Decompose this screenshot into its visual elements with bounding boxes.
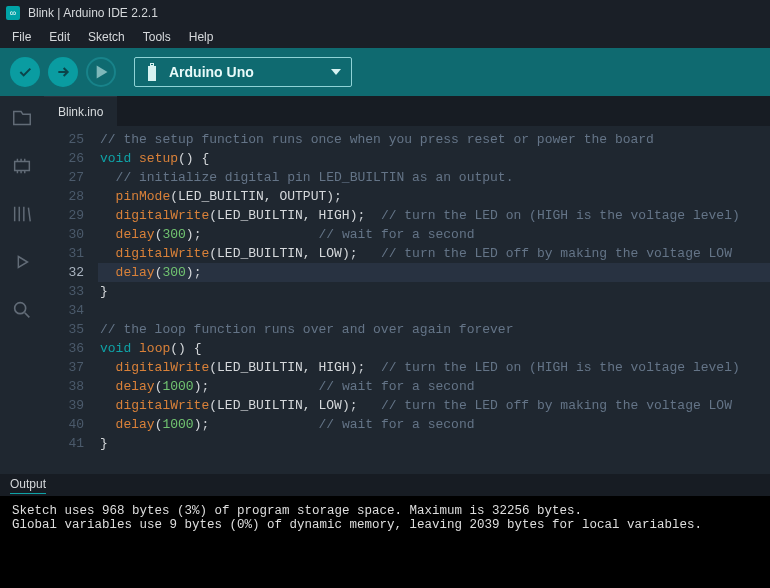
menu-help[interactable]: Help [181, 28, 222, 46]
app-logo-icon: ∞ [6, 6, 20, 20]
code-lines[interactable]: // the setup function runs once when you… [98, 126, 770, 474]
toolbar: Arduino Uno [0, 48, 770, 96]
board-selector[interactable]: Arduino Uno [134, 57, 352, 87]
sketchbook-icon[interactable] [10, 106, 34, 130]
svg-point-0 [15, 303, 26, 314]
menu-file[interactable]: File [4, 28, 39, 46]
window-title: Blink | Arduino IDE 2.2.1 [28, 6, 158, 20]
editor-tabs: Blink.ino [44, 96, 770, 126]
output-panel[interactable]: Sketch uses 968 bytes (3%) of program st… [0, 496, 770, 588]
search-icon[interactable] [10, 298, 34, 322]
tab-blink[interactable]: Blink.ino [44, 96, 117, 126]
play-bug-icon [88, 59, 114, 85]
debug-icon[interactable] [10, 250, 34, 274]
board-name: Arduino Uno [169, 64, 254, 80]
editor-area: Blink.ino 252627282930313233343536373839… [44, 96, 770, 474]
upload-button[interactable] [48, 57, 78, 87]
output-panel-header[interactable]: Output [0, 474, 770, 496]
verify-button[interactable] [10, 57, 40, 87]
line-gutter: 2526272829303132333435363738394041 [44, 126, 98, 474]
menu-edit[interactable]: Edit [41, 28, 78, 46]
debug-button[interactable] [86, 57, 116, 87]
check-icon [17, 64, 33, 80]
boards-manager-icon[interactable] [10, 154, 34, 178]
menu-tools[interactable]: Tools [135, 28, 179, 46]
usb-icon [145, 63, 159, 81]
main-area: Blink.ino 252627282930313233343536373839… [0, 96, 770, 474]
output-label: Output [10, 477, 46, 494]
menubar: File Edit Sketch Tools Help [0, 26, 770, 48]
chevron-down-icon [331, 69, 341, 75]
menu-sketch[interactable]: Sketch [80, 28, 133, 46]
activity-bar [0, 96, 44, 474]
library-manager-icon[interactable] [10, 202, 34, 226]
titlebar: ∞ Blink | Arduino IDE 2.2.1 [0, 0, 770, 26]
arrow-right-icon [55, 64, 71, 80]
code-editor[interactable]: 2526272829303132333435363738394041 // th… [44, 126, 770, 474]
